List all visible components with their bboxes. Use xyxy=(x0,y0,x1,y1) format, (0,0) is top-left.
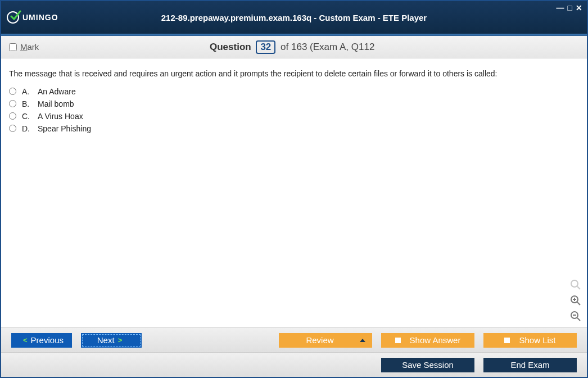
nav-button-bar: < Previous Next > Review Show Answer Sho… xyxy=(1,327,587,352)
total-questions: 163 xyxy=(291,42,307,52)
svg-point-0 xyxy=(571,280,578,287)
review-label: Review xyxy=(306,335,333,345)
logo-mark-icon xyxy=(7,11,19,24)
logo-text: UMINGO xyxy=(22,13,58,22)
search-icon[interactable] xyxy=(569,278,582,292)
svg-line-7 xyxy=(577,318,580,321)
zoom-tools xyxy=(569,278,582,323)
window-title: 212-89.prepaway.premium.exam.163q - Cust… xyxy=(161,13,427,22)
question-word: Question xyxy=(210,42,251,52)
title-bar: UMINGO 212-89.prepaway.premium.exam.163q… xyxy=(1,1,587,34)
option-d-letter: D. xyxy=(22,124,32,133)
option-a-radio[interactable] xyxy=(9,88,16,95)
mark-checkbox-wrap[interactable]: Mark xyxy=(9,42,39,52)
previous-label: Previous xyxy=(31,335,64,345)
session-button-bar: Save Session End Exam xyxy=(1,352,587,377)
option-d[interactable]: D. Spear Phishing xyxy=(9,124,579,133)
question-header: Mark Question 32 of 163 (Exam A, Q112 xyxy=(1,36,587,58)
option-d-label: Spear Phishing xyxy=(38,124,91,133)
option-b-letter: B. xyxy=(22,99,32,108)
question-text: The message that is received and require… xyxy=(9,69,579,79)
option-c-letter: C. xyxy=(22,112,32,121)
show-answer-label: Show Answer xyxy=(410,335,461,345)
option-b[interactable]: B. Mail bomb xyxy=(9,99,579,108)
option-c-label: A Virus Hoax xyxy=(38,112,83,121)
mark-checkbox[interactable] xyxy=(9,43,17,51)
exam-reference: (Exam A, Q112 xyxy=(310,42,374,52)
svg-line-3 xyxy=(577,302,580,305)
next-label: Next xyxy=(97,335,115,345)
show-list-label: Show List xyxy=(519,335,555,345)
window-controls: ― □ ✕ xyxy=(557,3,582,12)
app-window: UMINGO 212-89.prepaway.premium.exam.163q… xyxy=(0,0,588,378)
zoom-in-icon[interactable] xyxy=(569,294,582,307)
option-c[interactable]: C. A Virus Hoax xyxy=(9,112,579,121)
next-button[interactable]: Next > xyxy=(81,333,142,348)
option-a-letter: A. xyxy=(22,87,32,96)
minimize-icon[interactable]: ― xyxy=(557,3,564,12)
option-c-radio[interactable] xyxy=(9,112,16,120)
zoom-out-icon[interactable] xyxy=(569,309,582,323)
options-list: A. An Adware B. Mail bomb C. A Virus Hoa… xyxy=(9,87,579,133)
app-logo: UMINGO xyxy=(7,11,58,24)
end-exam-label: End Exam xyxy=(510,360,549,370)
of-label: of xyxy=(281,42,288,52)
option-b-radio[interactable] xyxy=(9,100,16,107)
option-a-label: An Adware xyxy=(38,87,76,96)
chevron-right-icon: > xyxy=(115,336,126,344)
option-d-radio[interactable] xyxy=(9,125,16,132)
save-session-button[interactable]: Save Session xyxy=(381,358,474,372)
review-button[interactable]: Review xyxy=(279,333,372,348)
option-a[interactable]: A. An Adware xyxy=(9,87,579,96)
stop-icon xyxy=(504,338,510,343)
save-session-label: Save Session xyxy=(402,360,454,370)
close-icon[interactable]: ✕ xyxy=(576,3,582,12)
mark-label: Mark xyxy=(20,42,39,52)
previous-button[interactable]: < Previous xyxy=(11,333,72,348)
chevron-left-icon: < xyxy=(20,336,31,344)
option-b-label: Mail bomb xyxy=(38,99,74,108)
question-indicator: Question 32 of 163 (Exam A, Q112 xyxy=(39,40,545,54)
show-answer-button[interactable]: Show Answer xyxy=(381,333,474,348)
end-exam-button[interactable]: End Exam xyxy=(483,358,577,372)
svg-line-1 xyxy=(577,286,580,289)
stop-icon xyxy=(395,338,401,343)
show-list-button[interactable]: Show List xyxy=(483,333,577,348)
question-number: 32 xyxy=(256,40,275,54)
maximize-icon[interactable]: □ xyxy=(568,3,572,12)
question-body: The message that is received and require… xyxy=(1,58,587,327)
